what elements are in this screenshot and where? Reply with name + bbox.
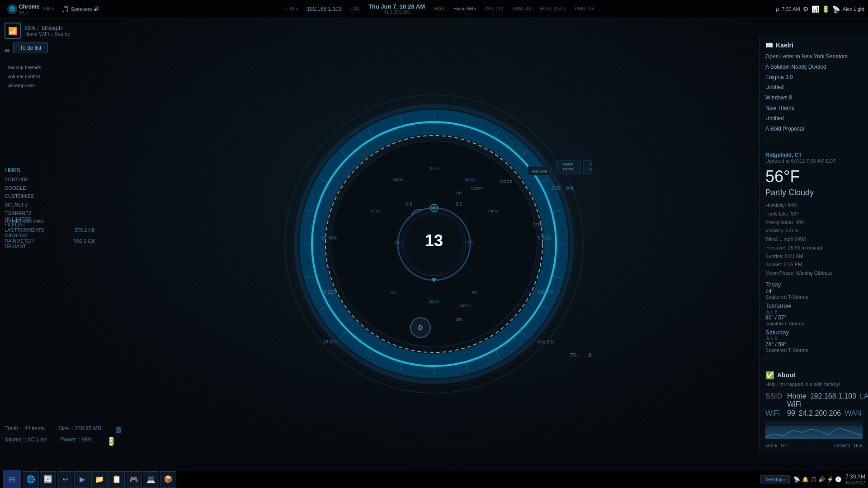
bottom-row-1: Trash :: 44 items Size :: 248.95 MB 🗑	[5, 425, 123, 435]
svg-text:JUN: JUN	[588, 353, 592, 358]
app-clipboard[interactable]: 📋	[108, 471, 125, 488]
datetime-display: Thu Jun 7, 10:28 AM 24.2.200.206	[368, 3, 425, 15]
wan-label: WAN	[434, 6, 444, 11]
link-torrentz[interactable]: TORRENTZ	[5, 209, 43, 218]
link-gametrailers[interactable]: GAMETRAILERS	[5, 217, 43, 226]
app-refresh[interactable]: 🔄	[40, 471, 56, 488]
taskbar-bottom-right: Desktop › 📡 🔔 🎵 🔊 ⚡ 🕐 7:30 AM 6/7/2012	[760, 474, 865, 485]
taskbar-top: 🌐 Chrome WEB 580 k 🎵 Speakers 🔊 ⇓ 16 k 1…	[0, 0, 868, 18]
tomorrow-temp: 80° / 57°	[765, 314, 863, 321]
check-icon: ✅	[765, 371, 774, 380]
cpu-num: 580 k	[43, 6, 54, 11]
saturday-label: Saturday	[765, 329, 863, 336]
link-customize[interactable]: CUSTOMIZE	[5, 192, 43, 201]
power-info: Power :: 98%	[60, 436, 92, 446]
taskbar-center: ⇓ 16 k 192.168.1.103 LAN Thu Jun 7, 10:2…	[103, 3, 776, 15]
chrome-sub: WEB	[19, 10, 39, 14]
bottom-row-2: Source :: AC Line Power :: 98% 🔋	[5, 436, 123, 446]
chrome-icon: 🌐	[7, 4, 17, 14]
tomorrow-date: Jun 8	[765, 309, 863, 314]
svg-text:100%: 100%	[487, 209, 498, 213]
taskbar-bottom: ⊞ 🌐 🔄 ↩ ▶ 📁 📋 🎮 💻 📦 Desktop › 📡 🔔 🎵 🔊 ⚡ …	[0, 470, 868, 488]
desktop-button[interactable]: Desktop ›	[760, 475, 790, 483]
app-play[interactable]: ▶	[74, 471, 90, 488]
hud-svg: GAME MODE DESK MODE ANI OFF ANI ON D D U…	[276, 86, 592, 402]
chrome-item[interactable]: 🌐 Chrome WEB 580 k	[4, 0, 58, 18]
link-youtube[interactable]: YOUTUBE	[5, 175, 43, 184]
time-display: 7:30 AM 6/7/2012	[845, 474, 865, 485]
app-computer[interactable]: 💻	[143, 471, 159, 488]
hud-center: GAME MODE DESK MODE ANI OFF ANI ON D D U…	[276, 86, 592, 402]
ssid-row: SSID Home WiFi 192.168.1.103 LAN	[765, 392, 863, 408]
today-label: Today	[765, 281, 863, 288]
link-solution[interactable]: A Solution Neatly Divided	[765, 62, 863, 72]
user-name[interactable]: Alex Light	[843, 6, 864, 12]
app-folder[interactable]: 📁	[91, 471, 108, 488]
svg-text:MODE: MODE	[563, 167, 574, 171]
speakers-label: Speakers	[71, 6, 92, 12]
tomorrow-label: Tomorrow	[765, 302, 863, 309]
link-scenefz[interactable]: SCENEFZ	[5, 201, 43, 209]
lan-ip-val: 192.168.1.103	[810, 392, 856, 408]
svg-text:ANI OFF: ANI OFF	[531, 169, 547, 174]
user-section: 📖 Kaelri Open Letter to New York Senator…	[765, 42, 863, 145]
link-untitled-2[interactable]: Untitled	[765, 113, 863, 124]
app-back[interactable]: ↩	[57, 471, 73, 488]
svg-point-65	[432, 206, 436, 210]
weather-pressure: Pressure: 29.99 in (rising)	[765, 244, 863, 252]
app-browser[interactable]: 🌐	[23, 471, 39, 488]
svg-text:DESK: DESK	[590, 162, 592, 166]
left-panel: 📶 99% :: Strength Home WiFi :: Source ✏ …	[0, 18, 99, 253]
speakers-item: 🎵 Speakers 🔊	[58, 0, 103, 18]
link-windows8[interactable]: Windows 8	[765, 93, 863, 103]
size-info: Size :: 248.95 MB	[58, 425, 101, 435]
weather-forecast: Today 74° Scattered T-Storms Tomorrow Ju…	[765, 281, 863, 353]
taskbar-apps: 🌐 🔄 ↩ ▶ 📁 📋 🎮 💻 📦	[23, 471, 176, 488]
ssid-val: Home WiFi	[787, 392, 807, 408]
today-temp: 74°	[765, 288, 863, 294]
link-new-theme[interactable]: New Theme	[765, 103, 863, 113]
network-chart	[765, 421, 863, 439]
app-package[interactable]: 📦	[160, 471, 176, 488]
weather-visibility: Visibility: 5.0 mi	[765, 226, 863, 235]
ssid-label: SSID	[765, 392, 783, 408]
up-speed: 564 k UP	[765, 443, 788, 448]
saturday-date: Jun 9	[765, 336, 863, 341]
down-speed: ⇓ 16 k	[284, 6, 298, 11]
svg-text:0%: 0%	[390, 290, 396, 295]
dots-2: · · ·	[765, 356, 863, 364]
weather-sunset: Sunset: 8:25 PM	[765, 260, 863, 269]
svg-text:GAME: GAME	[563, 162, 574, 166]
link-open-letter[interactable]: Open Letter to New York Senators	[765, 52, 863, 62]
taskbar-top-right: μ 7:30 AM ⚙ 📊 🔋 📡 Alex Light	[776, 5, 864, 13]
todo-button[interactable]: To do list	[13, 42, 48, 53]
pencil-todo-row: ✏ To do list	[5, 42, 95, 59]
cpu-label: CPU | 12	[485, 6, 503, 11]
svg-text:0%: 0%	[395, 240, 401, 245]
link-untitled-1[interactable]: Untitled	[765, 82, 863, 93]
wifi-row: WiFi 99 24.2.200.206 WAN	[765, 409, 863, 418]
todo-item-3: - winamp skin	[5, 81, 95, 90]
saturday-temp: 78° / 59°	[765, 341, 863, 347]
battery-icon[interactable]: 🔋	[106, 436, 116, 446]
hdd-label: HDD | 328 G	[540, 6, 566, 11]
weather-location: Ridgefield, CT	[765, 152, 863, 158]
file-minnova: MINNOVA	[5, 233, 95, 238]
weather-precip: Precipitation: 40%	[765, 218, 863, 227]
ram-label: RAM | 48	[512, 6, 531, 11]
todo-list: - backup themes - volume control - winam…	[5, 63, 95, 90]
svg-text:0.0: 0.0	[406, 202, 412, 206]
link-google[interactable]: GOOGLE	[5, 184, 43, 192]
app-steam[interactable]: 🎮	[126, 471, 142, 488]
start-button[interactable]: ⊞	[3, 470, 21, 488]
weather-humidity: Humidity: 94%	[765, 201, 863, 210]
book-icon: 📖	[765, 42, 773, 49]
network-speeds: 564 k UP DOWN 16 k	[765, 443, 863, 448]
source-info: Source :: AC Line	[5, 436, 47, 446]
wifi-label-top: Home WiFi	[453, 6, 476, 11]
lan-label: LAN	[350, 6, 359, 11]
link-enigma[interactable]: Enigma 3.0	[765, 72, 863, 83]
trash-icon[interactable]: 🗑	[115, 425, 123, 435]
link-bold-proposal[interactable]: A Bold Proposal	[765, 124, 863, 134]
links-title: LINKS	[5, 167, 43, 174]
